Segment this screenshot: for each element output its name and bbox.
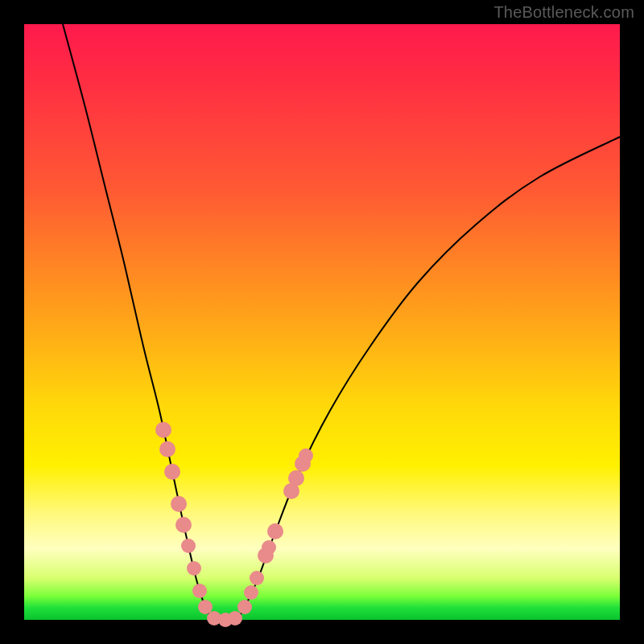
bead-marker xyxy=(228,611,242,625)
bottleneck-curve-svg xyxy=(24,24,620,620)
bead-marker xyxy=(175,517,192,533)
bead-marker xyxy=(288,470,304,486)
watermark-text: TheBottleneck.com xyxy=(493,3,634,22)
bead-marker xyxy=(155,422,171,438)
outer-frame: TheBottleneck.com xyxy=(0,0,644,644)
bead-marker xyxy=(187,561,201,576)
bead-marker xyxy=(164,464,180,480)
bead-marker xyxy=(171,496,187,512)
bead-marker xyxy=(237,600,252,614)
bead-marker xyxy=(250,571,264,585)
bead-marker xyxy=(198,600,213,614)
bead-marker xyxy=(299,448,313,463)
bead-marker xyxy=(244,585,258,600)
gradient-plot-area xyxy=(24,24,620,620)
bead-marker xyxy=(159,441,175,457)
bead-marker xyxy=(181,539,196,553)
bead-marker xyxy=(267,523,283,539)
curve-right-branch xyxy=(238,137,620,618)
bead-marker xyxy=(262,540,276,555)
bead-markers-group xyxy=(155,422,313,627)
bead-marker xyxy=(192,584,207,598)
